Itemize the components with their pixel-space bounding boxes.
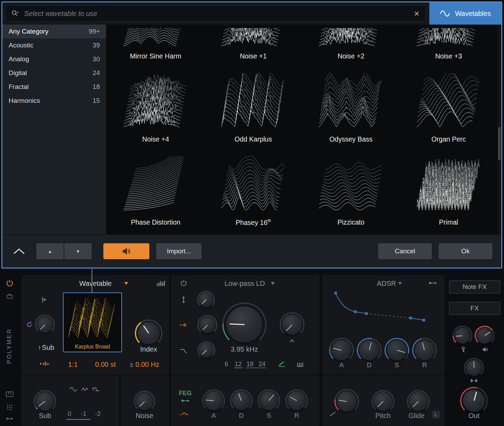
clear-search-icon[interactable]: × bbox=[413, 9, 421, 18]
level-mod-knob[interactable] bbox=[477, 328, 493, 344]
feg-release-knob[interactable] bbox=[287, 391, 306, 410]
wavetable-item[interactable]: Noise +3 bbox=[400, 25, 498, 63]
pitch-knob[interactable] bbox=[374, 392, 392, 411]
scrollbar-thumb[interactable] bbox=[498, 127, 501, 160]
search-icon[interactable] bbox=[11, 9, 19, 18]
sub-pulse-icon[interactable] bbox=[92, 387, 100, 392]
wavetable-slot[interactable]: Karplus Broad bbox=[63, 292, 122, 352]
filter-env-amount-knob[interactable] bbox=[199, 317, 215, 333]
keytrack-icon[interactable] bbox=[41, 296, 47, 303]
glide-knob[interactable] bbox=[409, 392, 428, 411]
polymer-device-panel: POLYMER Wavetable ↑Sub Karplus Broad Ind… bbox=[0, 271, 504, 426]
filter-power-icon[interactable] bbox=[180, 280, 187, 287]
wavetable-display-icon[interactable] bbox=[157, 281, 165, 286]
category-item[interactable]: Fractal18 bbox=[2, 80, 106, 94]
wavetable-browser-dialog: × Wavetables Any Category99+Acoustic39An… bbox=[1, 1, 502, 269]
osc-mode-selector[interactable]: Wavetable bbox=[79, 280, 112, 288]
resonance-knob[interactable] bbox=[282, 315, 302, 335]
envelope-mode-selector[interactable]: ADSR bbox=[377, 280, 396, 288]
cutoff-value[interactable]: 3.95 kHz bbox=[231, 345, 258, 353]
filter-slope-option[interactable]: 6 bbox=[225, 361, 228, 368]
glide-legato-badge[interactable]: L bbox=[432, 411, 440, 418]
filter-drive-knob[interactable] bbox=[199, 343, 214, 357]
audition-button[interactable] bbox=[103, 243, 149, 259]
wavetable-item[interactable]: Noise +1 bbox=[205, 25, 302, 63]
fx-button[interactable]: FX bbox=[449, 302, 500, 315]
amp-release-knob[interactable] bbox=[414, 340, 435, 360]
filter-mode-dropdown-icon[interactable] bbox=[271, 282, 275, 285]
wavetable-item[interactable]: Odyssey Bass bbox=[302, 63, 400, 146]
category-item[interactable]: Acoustic39 bbox=[2, 38, 106, 52]
velocity-amount-knob[interactable] bbox=[455, 328, 470, 344]
filter-slope-option[interactable]: 18 bbox=[246, 361, 253, 368]
phase-retrigger-icon[interactable] bbox=[26, 321, 32, 328]
sub-octave-option[interactable]: 0 bbox=[68, 410, 71, 418]
import-button[interactable]: Import... bbox=[156, 243, 202, 259]
wavetable-item[interactable]: Pizzicato bbox=[302, 146, 400, 229]
ok-button[interactable]: Ok bbox=[439, 243, 492, 259]
filter-keytrack-icon[interactable] bbox=[181, 296, 186, 303]
pan-knob[interactable] bbox=[466, 360, 482, 376]
wavetable-item[interactable]: Primal bbox=[400, 146, 498, 229]
out-level-knob[interactable] bbox=[463, 390, 485, 412]
pitch-ratio-value[interactable]: 1:1 bbox=[68, 361, 78, 369]
filter-mode-selector[interactable]: Low-pass LD bbox=[225, 280, 265, 288]
search-input[interactable] bbox=[24, 9, 409, 18]
osc-mode-dropdown-icon[interactable] bbox=[124, 282, 128, 285]
stair-mode-icon[interactable] bbox=[278, 361, 286, 367]
tab-wavetables[interactable]: Wavetables bbox=[429, 2, 501, 25]
next-button[interactable]: ▼ bbox=[64, 243, 92, 259]
amp-attack-knob[interactable] bbox=[332, 340, 352, 360]
filter-keytrack-knob[interactable] bbox=[199, 292, 213, 307]
filter-slope-option[interactable]: 12 bbox=[235, 361, 242, 368]
wavetable-item[interactable]: Odd Karplus bbox=[205, 63, 302, 146]
device-power-icon[interactable] bbox=[6, 279, 13, 287]
sub-octave-option[interactable]: -1 bbox=[81, 410, 86, 418]
preset-icon[interactable] bbox=[7, 294, 13, 299]
chain-icon[interactable] bbox=[6, 417, 13, 420]
wavetable-item[interactable]: Noise +2 bbox=[302, 25, 400, 63]
amp-decay-knob[interactable] bbox=[359, 340, 379, 360]
sub-octave-option[interactable]: -2 bbox=[95, 410, 101, 418]
filter-slope-option[interactable]: 24 bbox=[259, 361, 265, 368]
detune-value[interactable]: 0.00 st bbox=[95, 361, 116, 369]
cancel-button[interactable]: Cancel bbox=[378, 243, 432, 259]
envelope-dropdown-icon[interactable] bbox=[398, 282, 402, 285]
pitch-env-knob[interactable] bbox=[337, 391, 357, 411]
sub-sine-icon[interactable] bbox=[69, 387, 77, 392]
feg-decay-knob[interactable] bbox=[232, 391, 251, 410]
unison-spread-icon[interactable] bbox=[40, 360, 50, 367]
noise-level-knob[interactable] bbox=[136, 393, 153, 410]
wavetable-item[interactable]: Mirror Sine Harm bbox=[107, 25, 205, 63]
collapse-button[interactable] bbox=[12, 248, 26, 255]
index-knob[interactable] bbox=[138, 322, 160, 344]
category-item[interactable]: Harmonics15 bbox=[2, 94, 106, 108]
category-item[interactable]: Analog30 bbox=[2, 52, 106, 66]
wavetable-item[interactable]: Phase Distortion bbox=[107, 146, 205, 229]
wavetable-item[interactable]: Noise +4 bbox=[107, 63, 205, 146]
amp-sustain-knob[interactable] bbox=[387, 340, 407, 360]
wavetable-item[interactable]: Phasey 16th bbox=[205, 146, 302, 229]
mod-matrix-icon[interactable] bbox=[7, 404, 13, 410]
wavetable-item[interactable]: Organ Perc bbox=[400, 63, 498, 146]
env-mod-out-icon[interactable] bbox=[428, 281, 437, 285]
category-item[interactable]: Any Category99+ bbox=[2, 25, 106, 38]
sub-level-knob[interactable] bbox=[36, 392, 54, 411]
cutoff-knob[interactable] bbox=[226, 307, 262, 343]
comb-mode-icon[interactable] bbox=[296, 361, 304, 367]
feg-wave-icon[interactable] bbox=[180, 411, 189, 416]
envelope-display[interactable] bbox=[324, 288, 440, 333]
sub-triangle-icon[interactable] bbox=[81, 387, 88, 392]
feg-attack-knob[interactable] bbox=[204, 391, 223, 410]
filter-spread-icon[interactable] bbox=[180, 322, 188, 328]
osc-shape-knob[interactable] bbox=[37, 317, 53, 333]
category-item[interactable]: Digital24 bbox=[2, 66, 106, 80]
offset-value[interactable]: ± 0.00 Hz bbox=[130, 361, 159, 369]
previous-button[interactable]: ▲ bbox=[36, 243, 64, 259]
feg-sustain-knob[interactable] bbox=[260, 391, 278, 410]
keyboard-icon[interactable] bbox=[6, 391, 13, 397]
oscillator-panel: Wavetable ↑Sub Karplus Broad Index 1:1 0… bbox=[21, 275, 169, 375]
feg-mod-out-icon[interactable] bbox=[181, 399, 190, 403]
up-arrow-icon: ↑ bbox=[38, 344, 41, 351]
note-fx-button[interactable]: Note FX bbox=[449, 280, 500, 293]
